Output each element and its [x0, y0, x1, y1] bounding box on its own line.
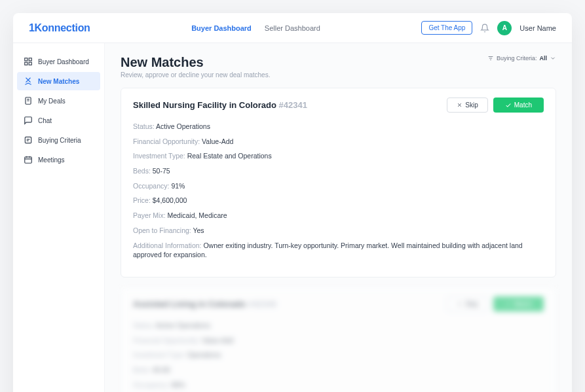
sidebar: Buyer Dashboard New Matches My Deals Cha…: [13, 43, 105, 392]
get-the-app-button[interactable]: Get The App: [421, 21, 472, 35]
detail-financial-opportunity: Financial Opportunity: Value-Add: [133, 137, 544, 147]
match-card-header: Skilled Nursing Facility in Colorado #42…: [133, 98, 544, 113]
tab-buyer-dashboard[interactable]: Buyer Dashboard: [191, 22, 252, 35]
skip-label: Skip: [465, 101, 478, 109]
app-window: 1Konnection Buyer Dashboard Seller Dashb…: [13, 13, 572, 392]
check-icon: [505, 102, 512, 109]
chevron-down-icon: [550, 55, 556, 62]
criteria-filter-value: All: [539, 55, 547, 62]
match-card: Skilled Nursing Facility in Colorado #42…: [121, 88, 556, 277]
match-deal-id: #42341: [279, 100, 307, 110]
match-label: Match: [514, 101, 532, 109]
svg-line-18: [459, 302, 462, 306]
match-deal-id: #42340: [248, 299, 276, 309]
user-avatar[interactable]: A: [497, 21, 512, 35]
svg-rect-2: [25, 62, 28, 65]
detail-status: Status: Active Operations: [133, 122, 544, 132]
user-name-label[interactable]: User Name: [519, 24, 556, 32]
matches-icon: [24, 77, 33, 86]
detail-occupancy: Occupancy: 91%: [133, 181, 544, 191]
svg-rect-1: [29, 58, 31, 61]
detail-additional-info: Additional Information: Owner exiting in…: [133, 241, 544, 260]
detail-financial-opportunity: Financial Opportunity: Value-Add: [133, 336, 544, 346]
svg-rect-0: [25, 58, 28, 61]
sidebar-item-label: Meetings: [38, 156, 65, 164]
detail-investment-type: Investment Type: Operations: [133, 350, 544, 360]
notifications-icon[interactable]: [480, 24, 489, 33]
detail-price: Price: $4,600,000: [133, 196, 544, 205]
close-icon: [457, 301, 462, 307]
criteria-filter-label: Buying Criteria:: [497, 55, 537, 62]
tab-seller-dashboard[interactable]: Seller Dashboard: [265, 22, 320, 35]
calendar-icon: [24, 155, 33, 164]
page-heading-row: New Matches Review, approve or decline y…: [121, 55, 556, 79]
buying-criteria-filter[interactable]: Buying Criteria: All: [487, 55, 556, 62]
chat-icon: [24, 116, 33, 125]
app-body: Buyer Dashboard New Matches My Deals Cha…: [13, 43, 572, 392]
detail-beds: Beds: 40-60: [133, 365, 544, 375]
sidebar-item-new-matches[interactable]: New Matches: [17, 72, 100, 90]
sidebar-item-label: Buying Criteria: [38, 137, 81, 144]
svg-rect-3: [29, 62, 31, 65]
svg-rect-8: [25, 157, 32, 163]
page-title: New Matches: [121, 55, 270, 70]
sidebar-item-meetings[interactable]: Meetings: [17, 151, 100, 169]
filter-icon: [487, 55, 494, 62]
brand-logo[interactable]: 1Konnection: [29, 22, 90, 34]
skip-button[interactable]: Skip: [447, 296, 487, 312]
sidebar-item-label: My Deals: [38, 98, 66, 105]
detail-payer-mix: Payer Mix: Medicaid, Medicare: [133, 211, 544, 221]
sidebar-item-label: Buyer Dashboard: [38, 58, 89, 65]
sidebar-item-buyer-dashboard[interactable]: Buyer Dashboard: [17, 52, 100, 71]
match-title-text: Skilled Nursing Facility in Colorado: [133, 100, 276, 110]
close-icon: [457, 102, 462, 108]
check-icon: [505, 300, 512, 307]
match-card-header: Assisted Living in Colorado #42340 Skip …: [133, 296, 544, 312]
svg-line-17: [459, 302, 462, 306]
match-card-locked: Assisted Living in Colorado #42340 Skip …: [121, 287, 556, 392]
page-heading-block: New Matches Review, approve or decline y…: [121, 55, 270, 79]
detail-status: Status: Active Operations: [133, 321, 544, 330]
match-button[interactable]: Match: [493, 98, 544, 113]
main-content: New Matches Review, approve or decline y…: [105, 43, 572, 392]
match-title: Assisted Living in Colorado #42340: [133, 299, 276, 309]
sidebar-item-my-deals[interactable]: My Deals: [17, 92, 100, 110]
skip-label: Skip: [465, 300, 478, 308]
dashboard-tabs: Buyer Dashboard Seller Dashboard: [191, 22, 320, 35]
deals-icon: [24, 96, 33, 105]
match-title-text: Assisted Living in Colorado: [133, 299, 246, 309]
detail-beds: Beds: 50-75: [133, 166, 544, 176]
sidebar-item-label: Chat: [38, 117, 52, 124]
match-title: Skilled Nursing Facility in Colorado #42…: [133, 100, 307, 110]
sidebar-item-chat[interactable]: Chat: [17, 111, 100, 130]
dashboard-icon: [24, 57, 33, 66]
match-label: Match: [514, 300, 532, 308]
svg-rect-7: [25, 137, 31, 143]
detail-occupancy: Occupancy: 88%: [133, 380, 544, 390]
criteria-icon: [24, 135, 33, 145]
skip-button[interactable]: Skip: [447, 98, 487, 113]
topbar-right: Get The App A User Name: [421, 21, 556, 35]
match-actions: Skip Match: [447, 98, 544, 113]
match-button[interactable]: Match: [493, 296, 544, 312]
sidebar-item-label: New Matches: [38, 78, 79, 85]
top-bar: 1Konnection Buyer Dashboard Seller Dashb…: [13, 13, 572, 43]
sidebar-item-buying-criteria[interactable]: Buying Criteria: [17, 131, 100, 149]
match-actions: Skip Match: [447, 296, 544, 312]
detail-investment-type: Investment Type: Real Estate and Operati…: [133, 151, 544, 161]
page-subtitle: Review, approve or decline your new deal…: [121, 71, 270, 79]
detail-open-to-financing: Open to Financing: Yes: [133, 226, 544, 236]
